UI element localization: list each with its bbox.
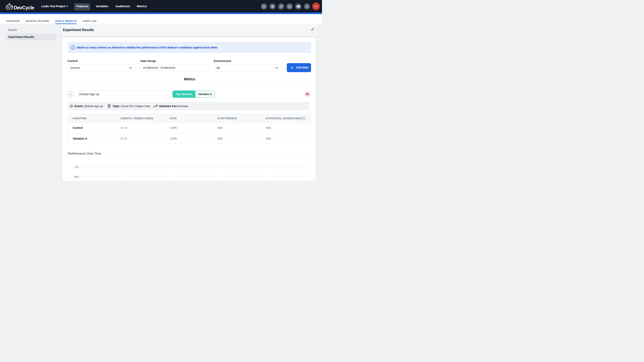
svg-text:i: i [72,46,73,49]
svg-text:i: i [304,117,304,119]
